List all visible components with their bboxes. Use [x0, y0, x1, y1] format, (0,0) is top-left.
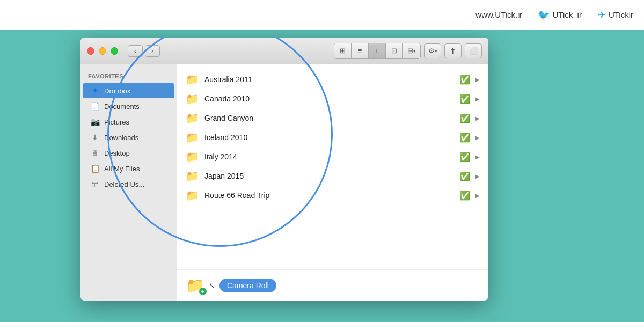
- sync-check-japan: ✅: [459, 171, 470, 181]
- sidebar-item-pictures[interactable]: 📷 Pictures: [83, 114, 174, 129]
- sync-check-grandcanyon: ✅: [459, 113, 470, 123]
- allfiles-icon: 📋: [90, 164, 100, 173]
- sidebar-label-deleted: Deleted Us...: [104, 180, 144, 188]
- sidebar-label-downloads: Downloads: [104, 134, 138, 142]
- arrow-australia: ▶: [475, 77, 480, 83]
- arrow-italy: ▶: [475, 154, 480, 160]
- list-view-button[interactable]: ≡: [352, 43, 369, 58]
- folder-icon-italy: 📁: [186, 150, 199, 163]
- sync-check-canada: ✅: [459, 94, 470, 104]
- new-folder-button[interactable]: 📁 +: [186, 276, 204, 294]
- tag-button[interactable]: ⬜: [465, 43, 482, 58]
- file-item-iceland[interactable]: 📁 Iceland 2010 ✅ ▶: [177, 128, 488, 147]
- file-item-japan[interactable]: 📁 Japan 2015 ✅ ▶: [177, 166, 488, 186]
- folder-icon-iceland: 📁: [186, 131, 199, 144]
- arrow-japan: ▶: [475, 173, 480, 179]
- website-link[interactable]: www.UTick.ir: [475, 10, 522, 19]
- pictures-icon: 📷: [90, 117, 100, 127]
- file-item-canada[interactable]: 📁 Canada 2010 ✅ ▶: [177, 89, 488, 108]
- title-bar: ‹ › ⊞ ≡ ⫶ ⊡: [80, 38, 488, 64]
- back-icon: ‹: [134, 47, 136, 55]
- file-item-italy[interactable]: 📁 Italy 2014 ✅ ▶: [177, 147, 488, 166]
- back-button[interactable]: ‹: [128, 45, 143, 57]
- column-view-button[interactable]: ⫶: [369, 43, 386, 58]
- arrow-canada: ▶: [475, 96, 480, 102]
- toolbar-buttons: ⊞ ≡ ⫶ ⊡ ⊟ ▾ ⚙: [334, 43, 482, 59]
- sidebar-item-documents[interactable]: 📄 Documents: [83, 99, 174, 114]
- downloads-icon: ⬇: [90, 133, 100, 142]
- minimize-button[interactable]: [99, 47, 106, 55]
- sync-check-australia: ✅: [459, 75, 470, 85]
- sync-check-italy: ✅: [459, 152, 470, 162]
- folder-icon-route66: 📁: [186, 189, 199, 202]
- sidebar-item-dropbox[interactable]: ✦ Dropbox: [83, 83, 174, 98]
- arrow-iceland: ▶: [475, 135, 480, 141]
- nav-buttons: ‹ ›: [128, 45, 160, 57]
- sidebar-label-allfiles: All My Files: [104, 165, 140, 173]
- list-view-icon: ≡: [358, 47, 362, 55]
- twitter-handle: UTick_ir: [552, 10, 581, 19]
- camera-roll-badge[interactable]: Camera Roll: [219, 279, 276, 292]
- share-icon: ⬆: [450, 47, 456, 55]
- sidebar-item-downloads[interactable]: ⬇ Downloads: [83, 130, 174, 145]
- file-name-route66: Route 66 Road Trip: [204, 191, 454, 200]
- sidebar-item-deleted[interactable]: 🗑 Deleted Us...: [83, 177, 174, 192]
- sidebar-label-dropbox: Dropbox: [104, 87, 130, 95]
- gear-icon: ⚙: [428, 47, 435, 55]
- sidebar-label-desktop: Desktop: [104, 149, 130, 157]
- file-name-grandcanyon: Grand Canyon: [204, 114, 454, 122]
- group-button[interactable]: ⊟ ▾: [403, 43, 420, 58]
- folder-icon-japan: 📁: [186, 170, 199, 182]
- sidebar-item-desktop[interactable]: 🖥 Desktop: [83, 145, 174, 160]
- coverflow-button[interactable]: ⊡: [386, 43, 403, 58]
- telegram-link[interactable]: ✈ UTickir: [598, 9, 633, 21]
- sidebar: Favorites ✦ Dropbox 📄 Documents 📷 Pictur…: [80, 64, 177, 301]
- right-panel: 📁 Australia 2011 ✅ ▶ 📁 Canada 2010 ✅ ▶ 📁…: [177, 64, 488, 301]
- file-item-australia[interactable]: 📁 Australia 2011 ✅ ▶: [177, 70, 488, 89]
- forward-icon: ›: [151, 47, 153, 55]
- sidebar-label-pictures: Pictures: [104, 118, 129, 126]
- finder-window: ‹ › ⊞ ≡ ⫶ ⊡: [80, 38, 488, 301]
- coverflow-icon: ⊡: [391, 47, 397, 55]
- bottom-area: 📁 + ↖ Camera Roll: [177, 269, 488, 301]
- twitter-icon: 🐦: [538, 9, 550, 21]
- documents-icon: 📄: [90, 101, 100, 111]
- file-list: 📁 Australia 2011 ✅ ▶ 📁 Canada 2010 ✅ ▶ 📁…: [177, 64, 488, 269]
- folder-icon-australia: 📁: [186, 73, 199, 86]
- close-button[interactable]: [87, 47, 94, 55]
- plus-badge: +: [199, 288, 207, 295]
- view-buttons-group: ⊞ ≡ ⫶ ⊡ ⊟ ▾: [334, 43, 421, 59]
- cursor-indicator: ↖: [209, 281, 215, 290]
- content-area: Favorites ✦ Dropbox 📄 Documents 📷 Pictur…: [80, 64, 488, 301]
- main-area: ‹ › ⊞ ≡ ⫶ ⊡: [0, 30, 644, 322]
- telegram-handle: UTickir: [609, 10, 633, 19]
- top-bar: www.UTick.ir 🐦 UTick_ir ✈ UTickir: [0, 0, 644, 30]
- file-name-australia: Australia 2011: [204, 75, 454, 84]
- forward-button[interactable]: ›: [145, 45, 160, 57]
- share-button[interactable]: ⬆: [444, 43, 462, 58]
- maximize-button[interactable]: [111, 47, 118, 55]
- file-item-grandcanyon[interactable]: 📁 Grand Canyon ✅ ▶: [177, 108, 488, 128]
- group-chevron: ▾: [413, 48, 416, 54]
- settings-button[interactable]: ⚙ ▾: [424, 43, 441, 58]
- settings-chevron: ▾: [435, 48, 437, 54]
- file-name-italy: Italy 2014: [204, 152, 454, 161]
- twitter-link[interactable]: 🐦 UTick_ir: [538, 9, 581, 21]
- group-icon: ⊟: [407, 47, 413, 55]
- sidebar-label-documents: Documents: [104, 103, 140, 111]
- sync-check-iceland: ✅: [459, 133, 470, 143]
- file-name-japan: Japan 2015: [204, 172, 454, 180]
- folder-icon-canada: 📁: [186, 92, 199, 105]
- arrow-grandcanyon: ▶: [475, 115, 480, 121]
- file-name-iceland: Iceland 2010: [204, 133, 454, 142]
- deleted-icon: 🗑: [90, 179, 100, 189]
- file-name-canada: Canada 2010: [204, 94, 454, 103]
- file-item-route66[interactable]: 📁 Route 66 Road Trip ✅ ▶: [177, 186, 488, 205]
- icon-view-icon: ⊞: [340, 47, 346, 55]
- sidebar-section-title: Favorites: [80, 71, 177, 83]
- tag-icon: ⬜: [469, 47, 478, 55]
- sidebar-item-allfiles[interactable]: 📋 All My Files: [83, 161, 174, 176]
- sync-check-route66: ✅: [459, 191, 470, 201]
- icon-view-button[interactable]: ⊞: [334, 43, 352, 58]
- telegram-icon: ✈: [598, 9, 606, 21]
